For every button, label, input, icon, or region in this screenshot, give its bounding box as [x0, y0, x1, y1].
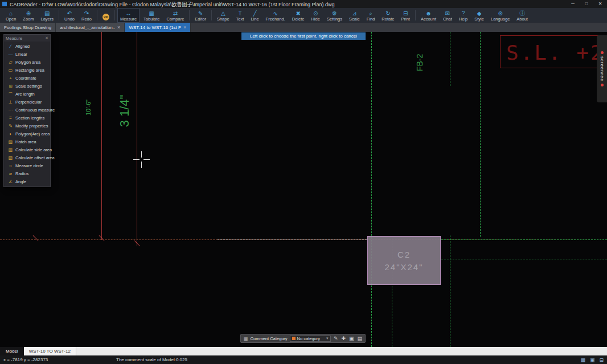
measure-tool-coordinate[interactable]: +Coordinate	[4, 74, 50, 82]
toolbar-button-zoom[interactable]: ⊕Zoom	[20, 8, 36, 23]
level-annotation-box: S.L. +2	[500, 35, 607, 68]
comment-scale-info: The comment scale of Model:0.025	[116, 357, 580, 362]
measure-tool-polygon-arc-area[interactable]: ◗Polygon(Arc) area	[4, 130, 50, 138]
toolbar-separator	[211, 10, 212, 20]
close-icon[interactable]: ✕	[593, 0, 607, 8]
measure-tool-calculate-offset-area[interactable]: ▧Calculate offset area	[4, 154, 50, 162]
toolbar-button-label: Editor	[195, 16, 206, 22]
toolbar-button-scale[interactable]: ⊿Scale	[346, 8, 363, 23]
minimize-icon[interactable]: ─	[566, 0, 580, 8]
toolbar-button-about[interactable]: ⓘAbout	[514, 8, 531, 23]
toolbar-button-account[interactable]: ☻Account	[418, 8, 439, 23]
document-tabbar: Footings Shop Drawingarchitectural_-_ann…	[0, 23, 607, 32]
sheet-tab-wst-10-to-wst-12[interactable]: WST-10 TO WST-12	[24, 347, 76, 355]
calculate-offset-area-icon: ▧	[8, 155, 13, 160]
measure-tool-section-lengths[interactable]: ≡Section lengths	[4, 114, 50, 122]
tab-close-icon[interactable]: ×	[183, 25, 186, 30]
toolbar-button-editor[interactable]: ✎Editor	[192, 8, 209, 23]
drawing-canvas[interactable]: 10'-6" 3 1/4" FB-2 S.L. +2 C2 24"X24" Le…	[0, 32, 607, 347]
zoom-icon: ⊕	[26, 10, 31, 16]
paste-comment-icon[interactable]: ▤	[357, 336, 362, 341]
document-tab[interactable]: Footings Shop Drawing	[0, 23, 56, 32]
linear-dimension-icon: —	[8, 52, 13, 57]
measure-icon: ↔	[126, 10, 132, 16]
toolbar-button-undo[interactable]: ↶Undo	[61, 8, 77, 23]
comment-grid-icon: ▦	[244, 336, 248, 341]
toolbar-button-language[interactable]: ⊛Language	[488, 8, 512, 23]
measure-tool-arc-length[interactable]: ⌒Arc length	[4, 90, 50, 98]
toolbar-button-layers[interactable]: ▤Layers	[38, 8, 57, 23]
grid-line-vertical	[137, 32, 137, 246]
perpendicular-icon: ⊥	[8, 100, 13, 105]
coordinate-icon: +	[8, 76, 13, 81]
measure-tool-label: Continuous measure	[15, 107, 55, 113]
toolbar-button-label: Zoom	[23, 16, 34, 22]
toolbar-button-redo[interactable]: ↷Redo	[79, 8, 95, 23]
measure-tool-polygon-area[interactable]: ▱Polygon area	[4, 58, 50, 66]
measure-panel-close-icon[interactable]: ✕	[45, 36, 48, 40]
toolbar-button-shape[interactable]: △Shape	[214, 8, 232, 23]
toolbar-button-open[interactable]: ⌂Open	[3, 8, 19, 23]
toolbar-separator	[59, 10, 59, 20]
edit-comment-icon[interactable]: ✎	[334, 336, 338, 341]
toolbar-button-label: Scale	[349, 16, 360, 22]
document-tab[interactable]: architectural_-_annotation..×	[56, 23, 125, 32]
maximize-icon[interactable]: □	[580, 0, 593, 8]
toolbar-button-label: Freehand.	[266, 16, 285, 22]
toolbar-button-line[interactable]: ╱Line	[248, 8, 261, 23]
move-comment-icon[interactable]: ✚	[341, 336, 346, 341]
comment-category-dropdown[interactable]: No category ▾	[290, 336, 331, 342]
toolbar-button-hide[interactable]: ⊙Hide	[308, 8, 322, 23]
toolbar-button-label: Hide	[311, 16, 319, 22]
measure-panel-title: Measure	[6, 36, 22, 41]
hatch-area-icon: ▨	[8, 139, 13, 144]
screenrec-widget[interactable]: screenrec	[597, 35, 607, 102]
column-annotation-selected[interactable]: C2 24"X24"	[367, 236, 441, 285]
toolbar-button-print[interactable]: ⊟Print	[398, 8, 412, 23]
beam-line-horizontal	[441, 259, 607, 259]
measure-tool-aligned[interactable]: ∕Aligned	[4, 42, 50, 50]
toolbar-button-label: Account	[421, 16, 436, 22]
toolbar-button-measure[interactable]: ↔Measure	[117, 8, 140, 23]
statusbar-grid-icon[interactable]: ▦	[580, 357, 585, 363]
measure-tool-calculate-side-area[interactable]: ▥Calculate side area	[4, 146, 50, 154]
toolbar-button-style[interactable]: ◆Style	[471, 8, 487, 23]
toolbar-button-help[interactable]: ?Help	[456, 8, 470, 23]
measure-tool-scale-settings[interactable]: ⊞Scale settings	[4, 82, 50, 90]
measure-tool-measure-circle[interactable]: ○Measure circle	[4, 162, 50, 169]
statusbar-display-icon[interactable]: ⊟	[599, 357, 604, 363]
measure-panel-header[interactable]: Measure ✕	[4, 35, 50, 42]
measure-tool-perpendicular[interactable]: ⊥Perpendicular	[4, 98, 50, 106]
beam-line-vertical	[371, 32, 372, 347]
toolbar-button-delete[interactable]: ✖Delete	[289, 8, 307, 23]
document-tab[interactable]: WST-14 to WST-16 (1st F×	[125, 23, 191, 32]
folder-open-icon: ⌂	[9, 10, 13, 16]
comment-category-label: Comment Category	[251, 336, 288, 341]
measure-tool-rectangle-area[interactable]: ▭Rectangle area	[4, 66, 50, 74]
comment-actions: ✎✚▣▤	[334, 336, 362, 341]
toolbar-button-chat[interactable]: ✉Chat	[440, 8, 455, 23]
toolbar-button-compare[interactable]: ⇄Compare	[163, 8, 187, 23]
about-icon: ⓘ	[519, 10, 525, 16]
measure-tool-modify-properties[interactable]: ✎Modify properties	[4, 122, 50, 130]
toolbar-button-rotate[interactable]: ↻Rotate	[379, 8, 397, 23]
tab-close-icon[interactable]: ×	[117, 25, 120, 30]
toolbar-button-vip[interactable]: VIP	[100, 8, 112, 23]
measure-tool-hatch-area[interactable]: ▨Hatch area	[4, 138, 50, 146]
sheet-tab-model[interactable]: Model	[0, 347, 24, 355]
toolbar-button-settings[interactable]: ⚙Settings	[324, 8, 345, 23]
toolbar-button-freehand[interactable]: ∿Freehand.	[263, 8, 288, 23]
measure-tool-continuous-measure[interactable]: ⋯Continuous measure	[4, 106, 50, 114]
copy-comment-icon[interactable]: ▣	[349, 336, 354, 341]
measure-tool-radius[interactable]: ⌀Radius	[4, 169, 50, 177]
statusbar-panels-icon[interactable]: ▣	[590, 357, 595, 363]
toolbar-button-tabulate[interactable]: ▦Tabulate	[141, 8, 162, 23]
style-icon: ◆	[477, 10, 482, 16]
toolbar-button-find[interactable]: ⌕Find	[364, 8, 378, 23]
measure-tool-label: Radius	[15, 171, 28, 176]
measure-tool-linear[interactable]: —Linear	[4, 50, 50, 58]
toolbar-button-text[interactable]: TText	[233, 8, 247, 23]
category-color-swatch	[292, 337, 296, 340]
measure-tool-angle[interactable]: ∠Angle	[4, 177, 50, 185]
comment-category-value: No category	[297, 336, 320, 341]
